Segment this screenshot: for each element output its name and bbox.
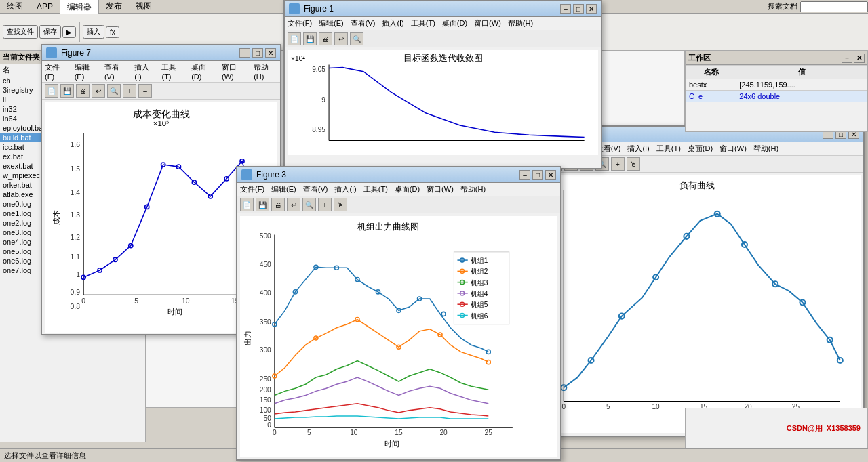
fig1-menu-file[interactable]: 文件(F) [288,18,312,28]
fig1-menu-view[interactable]: 查看(V) [351,18,376,28]
fig7-menu-window[interactable]: 窗口(W) [222,62,247,81]
svg-text:150: 150 [260,396,271,404]
fig3-tb-3[interactable]: 🖨 [271,198,285,211]
topbar-item-app[interactable]: APP [30,1,60,13]
topbar-item-publish[interactable]: 发布 [99,0,129,14]
workspace-col-name: 名称 [686,66,736,79]
svg-text:1.5: 1.5 [71,165,81,173]
ribbon-btn-insert[interactable]: 插入 [83,25,104,39]
topbar-item-view[interactable]: 视图 [129,0,159,14]
workspace-row-2[interactable]: C_e 24x6 double [686,91,867,102]
fig7-tb-6[interactable]: + [123,84,136,98]
fig1-menu-window[interactable]: 窗口(W) [474,18,501,28]
figure7-close[interactable]: ✕ [265,48,276,58]
fig1-y-superscript: ×10⁴ [291,55,305,62]
fig7-tb-5[interactable]: 🔍 [107,84,121,98]
fig1-menu-desktop[interactable]: 桌面(D) [442,18,467,28]
figure3-menubar: 文件(F) 编辑(E) 查看(V) 插入(I) 工具(T) 桌面(D) 窗口(W… [237,183,560,196]
ribbon-btn-open[interactable]: 查找文件 [3,25,38,39]
topbar-item-drawing[interactable]: 绘图 [0,0,30,14]
fig7-menu-desktop[interactable]: 桌面(D) [191,62,215,81]
fig1-tb-2[interactable]: 💾 [303,32,317,45]
fig7-tb-3[interactable]: 🖨 [76,84,90,98]
workspace-title: 工作区 [688,53,711,63]
fig3-tb-6[interactable]: + [318,198,332,211]
svg-text:0.9: 0.9 [71,289,81,296]
fig5-menu-tools[interactable]: 工具(T) [656,144,681,154]
svg-text:0.8: 0.8 [71,303,81,310]
fig7-menu-tools[interactable]: 工具(T) [161,62,184,81]
figure1-titlebar[interactable]: Figure 1 – □ ✕ [285,1,601,17]
workspace-titlebar: 工作区 – ✕ [686,51,867,65]
fig7-tb-2[interactable]: 💾 [60,84,74,98]
fig3-menu-insert[interactable]: 插入(I) [334,184,356,194]
figure1-svg: 目标函数迭代收敛图 ×10⁴ 9.05 9 8.95 [288,50,598,155]
figure1-close[interactable]: ✕ [586,4,597,14]
ribbon-btn-save[interactable]: 保存 [39,25,61,39]
fig1-tb-5[interactable]: 🔍 [350,32,363,45]
figure7-minimize[interactable]: – [239,48,250,58]
fig1-menu-insert[interactable]: 插入(I) [382,18,403,28]
fig3-line-2 [275,320,488,376]
fig3-tb-7[interactable]: 🖱 [334,198,347,211]
fig3-line-4 [275,377,488,404]
workspace-collapse-btn[interactable]: – [842,54,852,63]
workspace-close-btn[interactable]: ✕ [854,54,865,63]
fig7-tb-4[interactable]: ↩ [92,84,105,98]
svg-text:15: 15 [395,429,403,436]
fig7-tb-1[interactable]: 📄 [45,84,58,98]
fig3-menu-desktop[interactable]: 桌面(D) [395,184,420,194]
workspace-ce-name: C_e [686,91,736,102]
fig3-menu-help[interactable]: 帮助(H) [460,184,486,194]
search-label: 搜索文档 [768,1,797,12]
fig1-menu-edit[interactable]: 编辑(E) [319,18,344,28]
fig7-menu-insert[interactable]: 插入(I) [134,62,155,81]
fig1-tb-4[interactable]: ↩ [334,32,348,45]
figure3-minimize[interactable]: – [519,170,530,180]
fig1-menu-tools[interactable]: 工具(T) [411,18,435,28]
fig7-menu-help[interactable]: 帮助(H) [254,62,277,81]
topbar-item-editor[interactable]: 编辑器 [60,0,99,14]
fig3-menu-window[interactable]: 窗口(W) [427,184,454,194]
svg-text:100: 100 [260,406,271,414]
fig3-menu-file[interactable]: 文件(F) [240,184,264,194]
figure3-titlebar[interactable]: Figure 3 – □ ✕ [237,167,560,183]
fig5-menu-insert[interactable]: 插入(I) [627,144,649,154]
fig5-menu-help[interactable]: 帮助(H) [753,144,778,154]
fig7-menu-edit[interactable]: 编辑(E) [75,62,98,81]
workspace-row-1[interactable]: bestx [245.1159,159.... [686,79,867,91]
csdn-bar: CSDN@用_X1358359 [685,408,868,448]
fig3-tb-2[interactable]: 💾 [256,198,269,211]
figure1-maximize[interactable]: □ [573,4,584,14]
fig3-menu-view[interactable]: 查看(V) [303,184,328,194]
fig3-tb-5[interactable]: 🔍 [302,198,316,211]
search-input[interactable] [800,1,868,12]
ribbon-btn-fx[interactable]: fx [106,26,119,38]
fig1-menu-help[interactable]: 帮助(H) [508,18,533,28]
figure7-maximize[interactable]: □ [252,48,263,58]
svg-text:1.2: 1.2 [71,234,81,241]
figure1-menubar: 文件(F) 编辑(E) 查看(V) 插入(I) 工具(T) 桌面(D) 窗口(W… [285,17,601,30]
figure1-icon [289,3,300,14]
fig7-menu-file[interactable]: 文件(F) [45,62,68,81]
fig7-menu-view[interactable]: 查看(V) [104,62,127,81]
ribbon-btn-run[interactable]: ▶ [62,26,76,38]
fig5-tb-7[interactable]: 🖱 [627,157,640,171]
fig5-tb-6[interactable]: + [611,157,625,171]
fig5-menu-window[interactable]: 窗口(W) [719,144,747,154]
fig3-tb-1[interactable]: 📄 [240,198,254,211]
fig7-tb-7[interactable]: – [138,84,152,98]
figure7-titlebar[interactable]: Figure 7 – □ ✕ [42,45,280,61]
figure3-close[interactable]: ✕ [545,170,556,180]
fig3-menu-tools[interactable]: 工具(T) [363,184,388,194]
fig3-legend-4: 机组4 [471,290,488,297]
figure1-minimize[interactable]: – [560,4,571,14]
fig3-tb-4[interactable]: ↩ [287,198,300,211]
fig3-menu-edit[interactable]: 编辑(E) [271,184,296,194]
fig1-tb-1[interactable]: 📄 [288,32,301,45]
figure3-plot: 机组出力曲线图 500 450 400 350 300 250 200 150 … [240,216,557,457]
workspace-table: 名称 值 bestx [245.1159,159.... C_e 24x6 do… [686,65,867,102]
fig5-menu-desktop[interactable]: 桌面(D) [688,144,713,154]
fig1-tb-3[interactable]: 🖨 [319,32,332,45]
figure3-maximize[interactable]: □ [532,170,543,180]
